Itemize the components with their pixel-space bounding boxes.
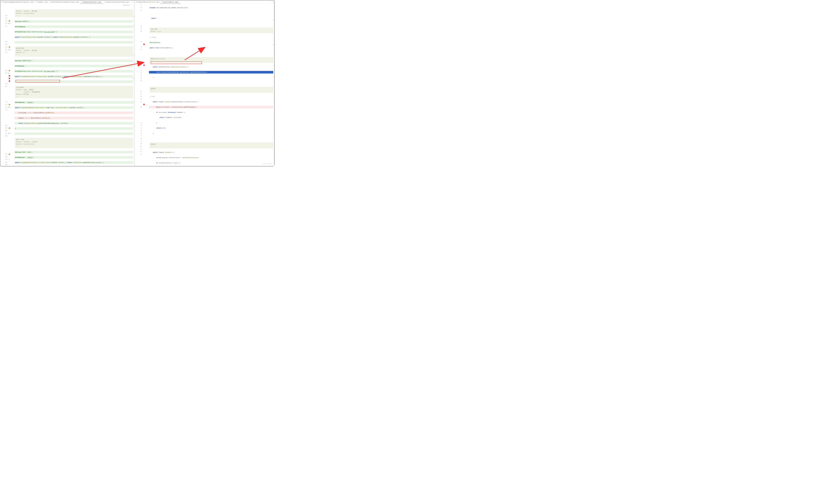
right-tab-bar: PigUserDetailsService.java SecurityUtils… (135, 0, 275, 4)
interface-icon (50, 1, 51, 3)
javadoc-block: Params: userDto – 用户信息Returns: success/f… (15, 9, 133, 17)
run-icon[interactable] (9, 49, 9, 50)
class-icon (161, 1, 163, 2)
tab-label: PigCustomOpaqueTokenIntrospector.java (3, 1, 34, 3)
run-icon[interactable] (9, 23, 9, 24)
tab-securityutils[interactable]: SecurityUtils.java× (160, 0, 181, 4)
close-icon[interactable]: × (102, 1, 103, 2)
tab-label: AuthorizationGrantType.java (106, 1, 129, 3)
run-icon[interactable] (9, 73, 9, 74)
tab-label: SecurityUtils.java (163, 1, 178, 3)
breakpoint-icon[interactable] (9, 78, 10, 79)
tab-label: OAuth2AuthenticatedPrincipal.java (52, 1, 79, 3)
close-icon[interactable]: × (129, 1, 130, 3)
endpoint-icon[interactable] (9, 20, 10, 22)
nav-icon[interactable]: ⬡ (9, 159, 10, 160)
javadoc-block: 获取Authentication⤷ ⤶ (150, 57, 274, 63)
nav-icon[interactable]: ⬡ (10, 23, 11, 24)
left-code[interactable]: Params: userDto – 用户信息Returns: success/f… (15, 7, 134, 166)
inspection-status: ▲19 ✔2 ˆ ˇ (0, 4, 134, 7)
breakpoint-icon[interactable] (9, 75, 10, 77)
javadoc-block: 获取用户⤷ ⤶ (150, 87, 274, 92)
error-stripe[interactable] (133, 7, 134, 166)
endpoint-icon[interactable] (9, 104, 10, 105)
breakpoint-icon[interactable] (143, 64, 145, 66)
left-tab-bar: PigCustomOpaqueTokenIntrospector.java Pi… (0, 0, 134, 4)
usages-hint[interactable]: 14 usages (149, 36, 275, 39)
watermark: CSDN @做好事 (262, 163, 272, 165)
info-icon[interactable]: ⓘ (131, 0, 134, 4)
class-icon (1, 1, 2, 3)
run-icon[interactable] (9, 133, 9, 134)
ok-count[interactable]: ✔2 (127, 4, 129, 6)
gutter-icons: ⬡ ⬡ ⬡ ⬡ ⬡ (8, 7, 15, 166)
nav-icon[interactable]: ⬡ (10, 106, 11, 108)
tab-introspector[interactable]: PigCustomOpaqueTokenIntrospector.java (0, 0, 35, 4)
line-gutter: 171819 363738 42 4445 49 5253545556 6061… (135, 4, 143, 166)
more-tabs-icon[interactable]: ⋮ (269, 0, 272, 4)
right-code[interactable]: package com.pig4cloud.pig.common.securit… (149, 4, 275, 166)
class-icon (81, 1, 82, 2)
nav-icon[interactable]: ⬡ (10, 49, 11, 50)
endpoint-icon[interactable] (9, 70, 10, 71)
tab-userdetailsservice[interactable]: PigUserDetailsService.java (135, 0, 160, 4)
line-gutter: 136137138139142 148149150151154 161162 1… (0, 7, 8, 166)
error-stripe[interactable] (273, 4, 275, 166)
javadoc-block: 分页查询用户Params: page – 参数集 userDTO – 查询参数列… (15, 86, 133, 98)
close-icon[interactable]: × (179, 1, 180, 2)
tab-oauth-principal[interactable]: OAuth2AuthenticatedPrincipal.java (49, 0, 80, 4)
endpoint-icon[interactable] (9, 153, 10, 155)
tab-piguser[interactable]: PigUser.java (35, 0, 49, 4)
tab-label: PigUserDetailsService.java (138, 1, 159, 3)
gutter-icons: ⬡ (143, 4, 149, 166)
usages-hint[interactable]: 1 usage (149, 95, 275, 98)
class-icon (36, 1, 37, 3)
breakpoint-icon[interactable] (143, 104, 145, 105)
pin-icon[interactable]: ◫ (272, 0, 275, 4)
javadoc-block: 安全工具类Author: L.cm (150, 28, 274, 33)
nav-icon[interactable]: ⬡ (10, 133, 11, 134)
warning-count[interactable]: ▲19 (123, 4, 126, 6)
left-editor[interactable]: 136137138139142 148149150151154 161162 1… (0, 7, 134, 166)
class-icon (105, 1, 106, 3)
tab-sysusercontroller[interactable]: SysUserController.java× (80, 0, 103, 4)
endpoint-icon[interactable] (9, 127, 10, 129)
tab-label: SysUserController.java (83, 1, 101, 3)
right-editor[interactable]: 171819 363738 42 4445 49 5253545556 6061… (135, 4, 275, 166)
nav-icon[interactable]: ⬡ (143, 62, 145, 63)
javadoc-block: 获取用户⤷ ⤶ (150, 143, 274, 148)
javadoc-block: 更新用户信息Params: userDto – 用户信息Returns: R⤷ … (15, 47, 133, 57)
javadoc-block: 修改个人信息Params: userDto – userDtoReturns: … (15, 138, 133, 148)
breakpoint-icon[interactable] (9, 80, 10, 82)
tab-label: PigUser.java (38, 1, 48, 3)
class-icon (136, 1, 137, 3)
run-icon[interactable] (9, 107, 9, 108)
breakpoint-icon[interactable] (143, 44, 145, 45)
endpoint-icon[interactable] (9, 47, 10, 48)
check-icon: ✔ (127, 4, 128, 6)
warning-icon: ▲ (123, 4, 124, 6)
tab-grant-type[interactable]: AuthorizationGrantType.java× (103, 0, 131, 4)
caret-icons[interactable]: ˆ ˇ (130, 4, 133, 6)
